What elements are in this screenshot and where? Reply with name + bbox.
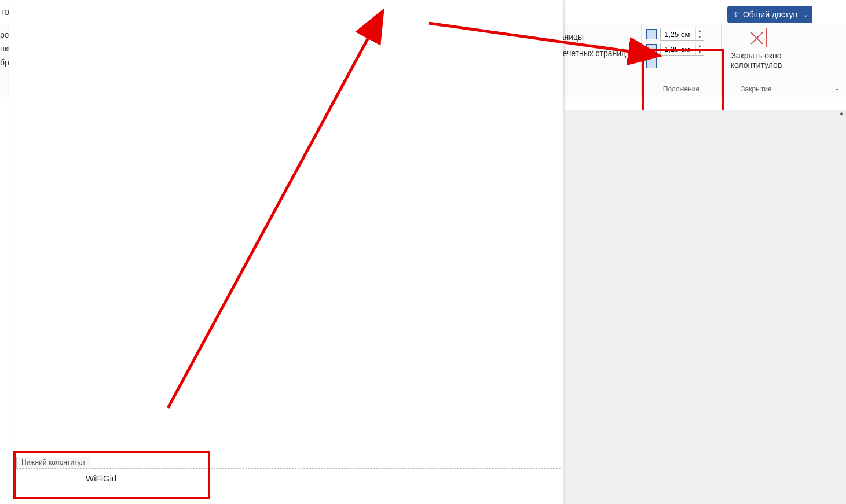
close-icon (746, 28, 767, 47)
scroll-up-icon[interactable]: ▲ (837, 110, 846, 117)
group-label-close: Закрытие (722, 85, 791, 94)
header-from-top-icon (646, 29, 657, 39)
spinner-down-icon[interactable]: ▼ (696, 34, 704, 40)
collapse-ribbon-icon[interactable]: ⌄ (834, 84, 840, 92)
share-button[interactable]: ⇪ Общий доступ ⌄ (727, 6, 812, 23)
ribbon-group-close: Закрыть окно колонтитулов Закрытие (722, 24, 791, 97)
footer-area[interactable]: Нижний колонтитул WiFiGid (16, 468, 561, 483)
footer-text[interactable]: WiFiGid (16, 469, 561, 483)
footer-from-bottom-input[interactable]: 1,25 см ▲▼ (660, 43, 704, 56)
header-from-top-input[interactable]: 1,25 см ▲▼ (660, 28, 704, 41)
footer-tag-label: Нижний колонтитул (16, 457, 90, 468)
spinner-up-icon[interactable]: ▲ (696, 28, 704, 34)
spinner-down-icon[interactable]: ▼ (696, 49, 704, 55)
group-label-position: Положение (642, 85, 721, 94)
footer-from-bottom-icon (646, 44, 657, 54)
close-header-footer-button[interactable]: Закрыть окно колонтитулов (731, 24, 782, 69)
insert-alignment-tab-icon[interactable] (646, 58, 657, 68)
ribbon-group-position: 1,25 см ▲▼ 1,25 см ▲▼ Положение (642, 24, 722, 97)
spinner-up-icon[interactable]: ▲ (696, 43, 704, 49)
share-label: Общий доступ (743, 10, 797, 19)
chevron-down-icon: ⌄ (803, 12, 808, 18)
share-icon: ⇪ (733, 10, 739, 19)
vertical-scrollbar[interactable]: ▲ (837, 110, 846, 504)
document-page[interactable] (9, 0, 563, 504)
workspace-background (565, 110, 846, 504)
